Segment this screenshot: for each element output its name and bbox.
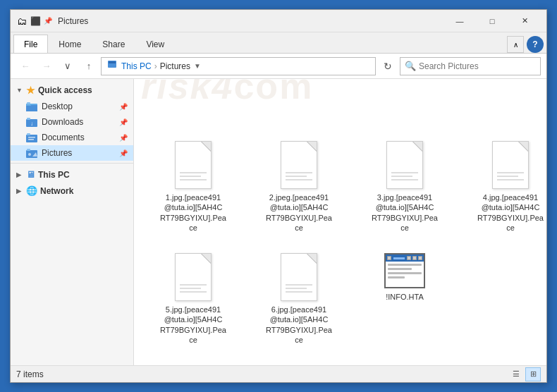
window-controls: — □ ✕ <box>443 10 541 32</box>
pin-icon-desktop: 📌 <box>119 103 128 111</box>
main-area: ▼ ★ Quick access Desktop 📌 <box>11 79 546 365</box>
file-name-3: 4.jpg.[peace491@tuta.io][5AH4CRT79BGYIXU… <box>477 192 544 233</box>
files-grid: 1.jpg.[peace491@tuta.io][5AH4CRT79BGYIXU… <box>141 128 539 351</box>
tab-view[interactable]: View <box>135 35 175 53</box>
hta-icon <box>382 250 427 292</box>
sidebar: ▼ ★ Quick access Desktop 📌 <box>11 79 134 365</box>
help-button[interactable]: ? <box>527 36 544 53</box>
network-icon: 🌐 <box>26 185 37 196</box>
refresh-button[interactable]: ↻ <box>379 57 397 75</box>
back-button[interactable]: ← <box>16 57 35 75</box>
sidebar-item-desktop[interactable]: Desktop 📌 <box>11 99 133 114</box>
status-bar: 7 items ☰ ⊞ <box>11 365 546 382</box>
pictures-folder-icon <box>26 147 37 159</box>
doc-icon-2 <box>382 137 427 192</box>
doc-icon-3 <box>488 137 533 192</box>
search-input[interactable] <box>419 61 536 71</box>
svg-text:↓: ↓ <box>30 121 33 127</box>
network-label: Network <box>40 186 73 196</box>
file-name-6: !INFO.HTA <box>386 292 424 302</box>
search-box[interactable]: 🔍 <box>400 57 541 75</box>
path-breadcrumb: This PC › Pictures <box>107 60 190 72</box>
this-pc-label: This PC <box>38 170 70 180</box>
svg-rect-9 <box>26 135 37 142</box>
ribbon-tabs: File Home Share View ∧ ? <box>11 32 546 54</box>
doc-icon-0 <box>171 137 216 192</box>
forward-button[interactable]: → <box>37 57 56 75</box>
path-dropdown-arrow[interactable]: ▼ <box>190 62 204 70</box>
file-item-3[interactable]: 4.jpg.[peace491@tuta.io][5AH4CRT79BGYIXU… <box>461 131 546 236</box>
svg-rect-5 <box>27 102 30 104</box>
address-path[interactable]: This PC › Pictures ▼ <box>101 57 376 75</box>
sidebar-network-header[interactable]: ▶ 🌐 Network <box>11 183 133 199</box>
sidebar-item-pictures[interactable]: Pictures 📌 <box>11 145 133 161</box>
file-item-6[interactable]: !INFO.HTA <box>355 243 454 348</box>
path-home-icon <box>107 60 117 72</box>
svg-rect-10 <box>27 133 30 135</box>
file-area: risk4com 1.jpg.[peace491@tuta.io][5AH4CR… <box>134 79 546 365</box>
file-name-5: 6.jpg.[peace491@tuta.io][5AH4CRT79BGYIXU… <box>266 305 332 345</box>
file-name-2: 3.jpg.[peace491@tuta.io][5AH4CRT79BGYIXU… <box>372 192 438 233</box>
svg-rect-1 <box>109 61 116 63</box>
item-count: 7 items <box>16 369 44 379</box>
ribbon-collapse-button[interactable]: ∧ <box>507 36 524 53</box>
doc-icon-1 <box>276 137 322 192</box>
expand-arrow-this-pc: ▶ <box>16 171 23 178</box>
minimize-button[interactable]: — <box>443 10 476 32</box>
quick-access-label: Quick access <box>38 85 92 95</box>
sidebar-documents-label: Documents <box>42 133 115 142</box>
expand-arrow-icon: ▼ <box>16 87 23 94</box>
sidebar-this-pc-header[interactable]: ▶ 🖥 This PC <box>11 166 133 183</box>
sidebar-desktop-label: Desktop <box>42 102 115 111</box>
list-view-button[interactable]: ☰ <box>508 367 524 381</box>
window-title: Pictures <box>58 16 443 26</box>
pin-icon-pictures: 📌 <box>119 149 128 157</box>
svg-point-15 <box>28 153 31 156</box>
dropdown-button[interactable]: ∨ <box>59 57 77 75</box>
watermark: risk4com <box>141 79 539 107</box>
path-pictures[interactable]: Pictures <box>160 61 190 71</box>
desktop-folder-icon <box>26 101 37 112</box>
sidebar-item-documents[interactable]: Documents 📌 <box>11 130 133 145</box>
maximize-button[interactable]: □ <box>476 10 508 32</box>
doc-icon-5 <box>276 250 322 305</box>
tab-home[interactable]: Home <box>48 35 92 53</box>
svg-rect-3 <box>26 105 37 111</box>
svg-rect-11 <box>28 137 35 138</box>
documents-folder-icon <box>26 132 37 143</box>
quick-access-icon-1: ⬛ <box>30 16 41 26</box>
svg-rect-7 <box>27 118 30 120</box>
title-bar-icons: 🗂 ⬛ 📌 <box>16 16 52 27</box>
sidebar-separator <box>11 161 133 164</box>
downloads-folder-icon: ↓ <box>26 116 37 128</box>
file-item-0[interactable]: 1.jpg.[peace491@tuta.io][5AH4CRT79BGYIXU… <box>144 131 243 236</box>
window-app-icon: 🗂 <box>16 16 27 27</box>
sidebar-quick-access-header[interactable]: ▼ ★ Quick access <box>11 82 133 99</box>
address-bar: ← → ∨ ↑ This PC › Pictures ▼ ↻ 🔍 <box>11 54 546 79</box>
pin-icon-downloads: 📌 <box>119 118 128 126</box>
file-item-5[interactable]: 6.jpg.[peace491@tuta.io][5AH4CRT79BGYIXU… <box>250 243 348 348</box>
quick-access-star-icon: ★ <box>26 85 35 96</box>
close-button[interactable]: ✕ <box>508 10 541 32</box>
file-item-4[interactable]: 5.jpg.[peace491@tuta.io][5AH4CRT79BGYIXU… <box>144 243 243 348</box>
path-this-pc[interactable]: This PC <box>121 61 152 71</box>
icons-view-button[interactable]: ⊞ <box>525 367 541 381</box>
tab-share[interactable]: Share <box>92 35 135 53</box>
this-pc-icon: 🖥 <box>26 169 35 180</box>
search-icon: 🔍 <box>405 61 416 71</box>
tab-file[interactable]: File <box>13 35 48 53</box>
ribbon-right: ∧ ? <box>507 36 546 53</box>
pin-icon-documents: 📌 <box>119 134 128 142</box>
file-name-0: 1.jpg.[peace491@tuta.io][5AH4CRT79BGYIXU… <box>160 192 226 233</box>
sidebar-pictures-label: Pictures <box>42 148 115 158</box>
file-explorer-window: 🗂 ⬛ 📌 Pictures — □ ✕ File Home Share Vie… <box>10 9 547 383</box>
file-name-1: 2.jpeg.[peace491@tuta.io][5AH4CRT79BGYIX… <box>266 192 332 233</box>
title-bar: 🗂 ⬛ 📌 Pictures — □ ✕ <box>11 10 546 32</box>
up-button[interactable]: ↑ <box>80 57 98 75</box>
doc-icon-4 <box>171 250 216 305</box>
sidebar-item-downloads[interactable]: ↓ Downloads 📌 <box>11 114 133 130</box>
svg-rect-12 <box>28 139 34 140</box>
file-item-1[interactable]: 2.jpeg.[peace491@tuta.io][5AH4CRT79BGYIX… <box>250 131 348 236</box>
file-item-2[interactable]: 3.jpg.[peace491@tuta.io][5AH4CRT79BGYIXU… <box>355 131 454 236</box>
svg-rect-14 <box>27 149 30 151</box>
